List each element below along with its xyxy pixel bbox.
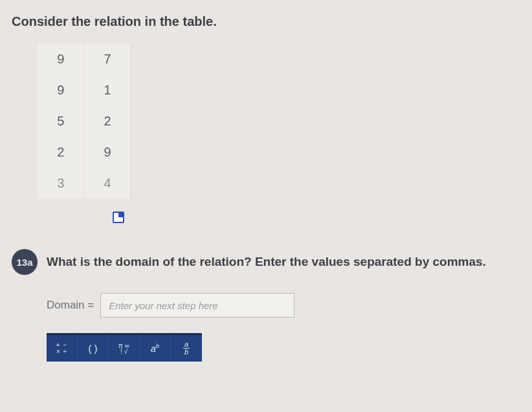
table-row: 9 1 [38, 74, 131, 105]
table-row: 3 4 [38, 168, 131, 199]
question-text: What is the domain of the relation? Ente… [47, 255, 486, 269]
question-badge: 13a [12, 249, 38, 275]
fullscreen-icon[interactable] [113, 211, 124, 223]
table-row: 2 9 [38, 136, 131, 168]
question-row: 13a What is the domain of the relation? … [12, 249, 520, 275]
instruction-text: Consider the relation in the table. [12, 14, 520, 29]
cell: 1 [84, 74, 131, 105]
fraction-button[interactable]: a b [171, 335, 202, 362]
parentheses-button[interactable]: ( ) [78, 335, 109, 362]
relation-table: 9 7 9 1 5 2 2 9 3 4 [38, 43, 131, 199]
domain-label: Domain = [47, 299, 94, 312]
cell: 2 [84, 105, 131, 136]
cell: 3 [38, 168, 84, 199]
cell: 4 [84, 168, 131, 199]
exponent-button[interactable]: ab [140, 335, 171, 362]
cell: 9 [84, 136, 131, 168]
cell: 2 [38, 136, 84, 168]
pi-sqrt-icon: π ∞ ! √ [118, 343, 129, 354]
table-controls [38, 205, 131, 226]
cell: 7 [84, 43, 131, 74]
table-row: 9 7 [38, 43, 131, 74]
exponent-icon: ab [151, 343, 159, 354]
fraction-icon: a b [183, 341, 190, 356]
plusminus-icon: + − × ÷ [56, 342, 67, 355]
parens-icon: ( ) [88, 343, 97, 354]
math-toolbar: + − × ÷ ( ) π ∞ ! √ ab a b [47, 333, 202, 362]
cell: 9 [38, 74, 84, 105]
answer-row: Domain = [47, 293, 520, 318]
answer-input[interactable] [100, 293, 294, 318]
cell: 5 [38, 105, 84, 136]
relation-table-wrap: 9 7 9 1 5 2 2 9 3 4 [38, 43, 520, 199]
cell: 9 [38, 43, 84, 74]
constants-button[interactable]: π ∞ ! √ [109, 335, 140, 362]
table-row: 5 2 [38, 105, 131, 136]
operators-button[interactable]: + − × ÷ [47, 335, 78, 362]
